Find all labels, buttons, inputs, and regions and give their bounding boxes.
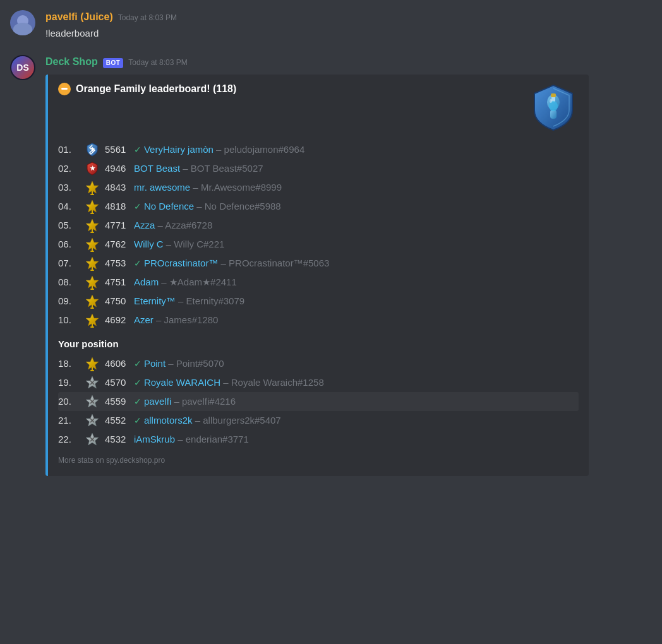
player-display-name: Royale WARAICH xyxy=(144,377,220,388)
rank-number: 07. xyxy=(58,256,80,270)
player-tag: – Azza#6728 xyxy=(155,220,212,230)
player-score: 4559 xyxy=(105,395,129,408)
leaderboard-row: 08.4751Adam – ★Adam★#2411 xyxy=(58,273,579,292)
rank-number: 18. xyxy=(58,357,80,370)
verified-checkmark: ✓ xyxy=(134,378,144,388)
trophy-icon xyxy=(85,294,100,309)
bot-badge: BOT xyxy=(103,58,124,68)
verified-checkmark: ✓ xyxy=(134,415,144,426)
verified-checkmark: ✓ xyxy=(134,397,144,407)
player-display-name: iAmSkrub xyxy=(134,434,175,444)
leaderboard-row: 18.4606✓ Point – Point#5070 xyxy=(58,354,579,373)
rank-number: 01. xyxy=(58,143,80,156)
trophy-icon xyxy=(85,394,100,409)
rank-number: 22. xyxy=(58,432,80,446)
player-score: 5561 xyxy=(105,143,129,156)
player-display-name: Adam xyxy=(134,277,159,287)
rank-number: 03. xyxy=(58,181,80,194)
rank-number: 05. xyxy=(58,218,80,232)
verified-checkmark: ✓ xyxy=(134,145,144,155)
player-name-group: ✓ pavelfi – pavelfi#4216 xyxy=(134,395,236,408)
user-message-text: !leaderboard xyxy=(45,27,652,40)
player-tag: – pavelfi#4216 xyxy=(171,396,236,407)
svg-text:★: ★ xyxy=(90,165,96,172)
svg-rect-22 xyxy=(90,270,94,271)
player-tag: – allburgers2k#5407 xyxy=(193,415,281,426)
user-username: pavelfi (Juice) xyxy=(45,10,113,24)
player-score: 4818 xyxy=(105,200,129,213)
rank-number: 04. xyxy=(58,200,80,213)
player-display-name: allmotors2k xyxy=(144,415,193,426)
player-display-name: BOT Beast xyxy=(134,163,180,174)
rank-number: 19. xyxy=(58,376,80,389)
top-entries-list: 01.★5561✓ VeryHairy jamòn – peludojamon#… xyxy=(58,140,579,330)
player-display-name: Azer xyxy=(134,314,153,325)
svg-rect-10 xyxy=(90,194,94,195)
player-score: 4762 xyxy=(105,237,129,251)
rank-number: 10. xyxy=(58,313,80,326)
trophy-icon xyxy=(85,218,100,233)
svg-point-5 xyxy=(550,99,552,103)
trophy-icon xyxy=(85,199,100,214)
orange-circle-icon xyxy=(58,83,71,95)
player-score: 4946 xyxy=(105,162,129,175)
player-display-name: PROcrastinator™ xyxy=(144,258,219,268)
leaderboard-row: 09.4750Eternity™ – Eternity#3079 xyxy=(58,292,579,311)
leaderboard-row: 02.★4946BOT Beast – BOT Beast#5027 xyxy=(58,159,579,178)
player-display-name: Willy C xyxy=(134,239,164,249)
rank-number: 20. xyxy=(58,395,80,408)
player-name-group: Azer – James#1280 xyxy=(134,313,218,326)
player-name-group: iAmSkrub – enderian#3771 xyxy=(134,432,249,446)
rank-number: 06. xyxy=(58,237,80,251)
player-name-group: ✓ PROcrastinator™ – PROcrastinator™#5063 xyxy=(134,256,329,270)
verified-checkmark: ✓ xyxy=(134,258,144,268)
trophy-icon xyxy=(85,432,100,447)
rank-number: 02. xyxy=(58,162,80,175)
player-name-group: BOT Beast – BOT Beast#5027 xyxy=(134,162,263,175)
embed-title-row: Orange Family leaderboard! (118) xyxy=(58,82,236,96)
trophy-icon xyxy=(85,237,100,252)
bot-username: Deck Shop xyxy=(45,55,98,69)
svg-rect-31 xyxy=(90,326,94,328)
player-score: 4606 xyxy=(105,357,129,370)
verified-checkmark: ✓ xyxy=(134,201,144,212)
bot-avatar: DS xyxy=(10,55,35,80)
player-display-name: Eternity™ xyxy=(134,295,176,306)
player-tag: – BOT Beast#5027 xyxy=(180,163,263,174)
trophy-icon xyxy=(85,313,100,328)
player-name-group: ✓ allmotors2k – allburgers2k#5407 xyxy=(134,414,281,427)
player-display-name: VeryHairy jamòn xyxy=(144,144,214,155)
svg-rect-3 xyxy=(551,93,556,97)
leaderboard-row: 21.4552✓ allmotors2k – allburgers2k#5407 xyxy=(58,411,579,430)
player-display-name: pavelfi xyxy=(144,396,171,407)
player-name-group: ✓ Royale WARAICH – Royale Waraich#1258 xyxy=(134,376,324,390)
position-entries-list: 18.4606✓ Point – Point#507019.4570✓ Roya… xyxy=(58,354,579,449)
player-display-name: No Defence xyxy=(144,201,194,212)
player-score: 4843 xyxy=(105,181,129,194)
player-tag: – Mr.Awesome#8999 xyxy=(190,182,282,193)
player-tag: – PROcrastinator™#5063 xyxy=(218,258,329,268)
rank-number: 08. xyxy=(58,275,80,289)
trophy-icon: ★ xyxy=(85,142,100,157)
leaderboard-row: 07.4753✓ PROcrastinator™ – PROcrastinato… xyxy=(58,254,579,273)
leaderboard-row: 04.4818✓ No Defence – No Defence#5988 xyxy=(58,197,579,216)
position-label: Your position xyxy=(58,337,579,350)
trophy-icon: ★ xyxy=(85,161,100,176)
player-name-group: Willy C – Willy C#221 xyxy=(134,237,224,251)
leaderboard-row: 22.4532iAmSkrub – enderian#3771 xyxy=(58,430,579,449)
cr-bottle-icon xyxy=(528,82,579,133)
svg-rect-28 xyxy=(90,307,94,309)
player-tag: – enderian#3771 xyxy=(175,434,249,444)
leaderboard-row: 19.4570✓ Royale WARAICH – Royale Waraich… xyxy=(58,373,579,392)
svg-text:★: ★ xyxy=(90,146,95,152)
svg-rect-16 xyxy=(90,232,94,233)
svg-rect-19 xyxy=(90,251,94,252)
leaderboard-embed: Orange Family leaderboard! (118) xyxy=(45,75,589,476)
player-tag: – Willy C#221 xyxy=(164,239,225,249)
player-score: 4750 xyxy=(105,294,129,307)
svg-rect-25 xyxy=(90,289,94,290)
player-score: 4692 xyxy=(105,313,129,326)
leaderboard-row: 20.4559✓ pavelfi – pavelfi#4216 xyxy=(58,392,579,411)
player-display-name: mr. awesome xyxy=(134,182,190,193)
player-name-group: Adam – ★Adam★#2411 xyxy=(134,275,237,289)
